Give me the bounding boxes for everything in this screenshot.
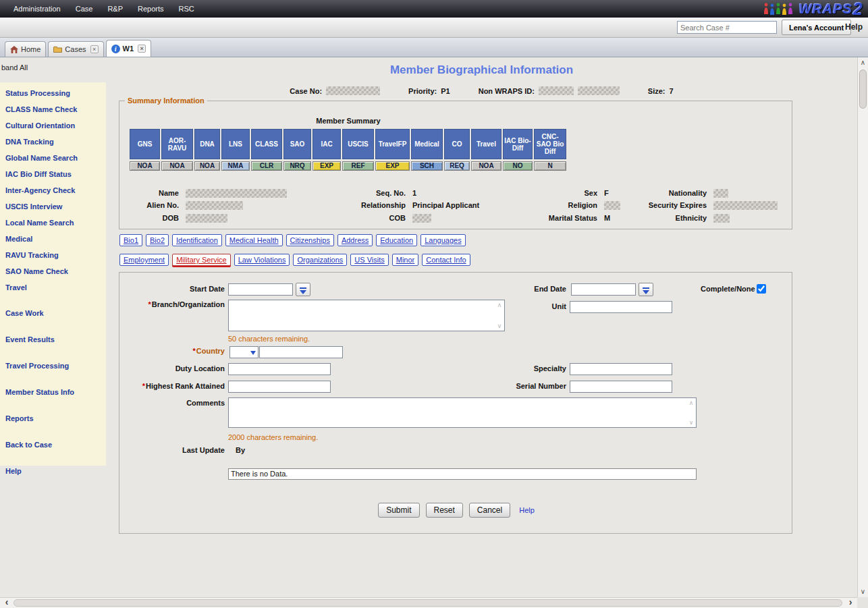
status-badge: N	[534, 161, 566, 171]
sex-label: Sex	[523, 189, 597, 197]
menu-administration[interactable]: Administration	[6, 5, 68, 13]
complete-none-checkbox[interactable]	[757, 284, 766, 294]
tab-us-visits[interactable]: US Visits	[350, 254, 388, 266]
sidebar-item-ravu-tracking[interactable]: RAVU Tracking	[5, 251, 103, 259]
form-help-link[interactable]: Help	[519, 506, 535, 514]
submit-button[interactable]: Submit	[378, 503, 419, 518]
end-date-calendar-button[interactable]	[639, 283, 653, 296]
member-summary-title: Member Summary	[130, 117, 567, 125]
sidebar-item-travel-processing[interactable]: Travel Processing	[5, 362, 103, 370]
tab-citizenships[interactable]: Citizenships	[286, 234, 334, 246]
country-select[interactable]	[229, 346, 259, 358]
tab-organizations[interactable]: Organizations	[293, 254, 347, 266]
dob-label: DOB	[129, 214, 179, 222]
menu-reports[interactable]: Reports	[130, 5, 171, 13]
tab-education[interactable]: Education	[376, 234, 417, 246]
menu-rsc[interactable]: RSC	[171, 5, 202, 13]
cancel-button[interactable]: Cancel	[469, 503, 510, 518]
sex-value: F	[604, 189, 638, 197]
scroll-right-icon[interactable]	[845, 598, 856, 608]
close-icon[interactable]: ×	[90, 45, 99, 53]
redacted-cob	[412, 214, 431, 223]
status-badge: NOA	[161, 161, 193, 171]
sidebar-item-member-status-info[interactable]: Member Status Info	[5, 388, 103, 396]
unit-input[interactable]	[570, 301, 672, 313]
country-input[interactable]	[259, 346, 343, 358]
priority-group: Priority: P1	[408, 87, 450, 95]
menu-rp[interactable]: R&P	[100, 5, 130, 13]
sidebar-item-uscis-interview[interactable]: USCIS Interview	[5, 202, 103, 211]
summary-column-header: Travel	[471, 129, 501, 159]
comments-textarea[interactable]	[228, 397, 697, 428]
status-badge: NOA	[194, 161, 220, 171]
sidebar-item-back-to-case[interactable]: Back to Case	[5, 441, 103, 449]
tab-bio2[interactable]: Bio2	[146, 234, 169, 246]
ethnicity-value	[713, 213, 784, 223]
start-date-input[interactable]	[228, 283, 293, 296]
sidebar-item-case-work[interactable]: Case Work	[5, 309, 103, 317]
vertical-scrollbar[interactable]	[857, 57, 868, 597]
vertical-scroll-thumb[interactable]	[859, 70, 867, 109]
summary-column-header: Medical	[411, 129, 443, 159]
logo-wraps-text: WRAPS	[799, 1, 852, 17]
scroll-up-icon[interactable]	[858, 57, 868, 68]
sidebar-item-iac-bio-diff-status[interactable]: IAC Bio Diff Status	[5, 170, 103, 178]
scroll-down-icon[interactable]	[858, 586, 868, 597]
duty-location-input[interactable]	[228, 363, 331, 375]
reset-button[interactable]: Reset	[426, 503, 463, 518]
info-icon	[111, 45, 120, 53]
tab-law-violations[interactable]: Law Violations	[234, 254, 290, 266]
tab-medical-health[interactable]: Medical Health	[225, 234, 283, 246]
account-button[interactable]: Lena's Account	[782, 20, 851, 35]
summary-column-header: CO	[444, 129, 470, 159]
sidebar-item-reports[interactable]: Reports	[5, 414, 103, 422]
sidebar-item-status-processing[interactable]: Status Processing	[5, 89, 103, 97]
tab-minor[interactable]: Minor	[392, 254, 419, 266]
horizontal-scrollbar[interactable]	[0, 597, 857, 608]
close-icon[interactable]: ×	[138, 45, 146, 53]
sidebar-item-local-name-search[interactable]: Local Name Search	[5, 219, 103, 227]
sidebar-gap	[5, 300, 103, 309]
help-button[interactable]: Help	[845, 22, 863, 32]
sidebar-item-dna-tracking[interactable]: DNA Tracking	[5, 138, 103, 146]
sidebar-item-cultural-orientation[interactable]: Cultural Orientation	[5, 121, 103, 130]
tab-home[interactable]: Home	[5, 41, 46, 57]
summary-column-header: IAC Bio-Diff	[503, 129, 533, 159]
tab-contact-info[interactable]: Contact Info	[422, 254, 470, 266]
horizontal-scroll-thumb[interactable]	[13, 599, 842, 607]
end-date-input[interactable]	[571, 283, 636, 296]
menu-case[interactable]: Case	[68, 5, 101, 13]
sidebar-item-class-name-check[interactable]: CLASS Name Check	[5, 105, 103, 113]
sidebar-item-sao-name-check[interactable]: SAO Name Check	[5, 267, 103, 275]
scroll-left-icon[interactable]	[1, 598, 12, 608]
wraps-logo-people-icon	[762, 2, 797, 16]
search-case-input[interactable]	[677, 21, 777, 34]
specialty-input[interactable]	[570, 363, 672, 375]
tab-w1[interactable]: W1 ×	[106, 40, 152, 57]
ethnicity-label: Ethnicity	[645, 214, 707, 222]
tab-identification[interactable]: Identification	[172, 234, 222, 246]
sidebar-item-inter-agency-check[interactable]: Inter-Agency Check	[5, 186, 103, 194]
nationality-label: Nationality	[645, 189, 707, 197]
tab-address[interactable]: Address	[337, 234, 373, 246]
tab-employment[interactable]: Employment	[119, 254, 169, 266]
summary-column: AOR-RAVUNOA	[161, 129, 193, 171]
sidebar-item-global-name-search[interactable]: Global Name Search	[5, 154, 103, 162]
sidebar-item-travel[interactable]: Travel	[5, 283, 103, 292]
tab-languages[interactable]: Languages	[421, 234, 465, 246]
size-label: Size:	[648, 87, 666, 95]
sidebar-item-medical[interactable]: Medical	[5, 235, 103, 243]
expand-all-link[interactable]: band All	[1, 63, 28, 72]
tab-military-service[interactable]: Military Service	[172, 254, 231, 266]
home-icon	[10, 46, 18, 53]
start-date-calendar-button[interactable]	[296, 283, 310, 296]
branch-organization-label: *Branch/Organization	[119, 300, 225, 308]
sidebar-item-help[interactable]: Help	[5, 467, 103, 475]
marital-status-label: Marital Status	[523, 214, 597, 222]
sidebar-item-event-results[interactable]: Event Results	[5, 335, 103, 343]
serial-number-input[interactable]	[570, 381, 672, 393]
size-value: 7	[670, 87, 674, 95]
tab-cases[interactable]: Cases ×	[48, 41, 103, 57]
tab-bio1[interactable]: Bio1	[119, 234, 142, 246]
highest-rank-input[interactable]	[228, 381, 331, 393]
